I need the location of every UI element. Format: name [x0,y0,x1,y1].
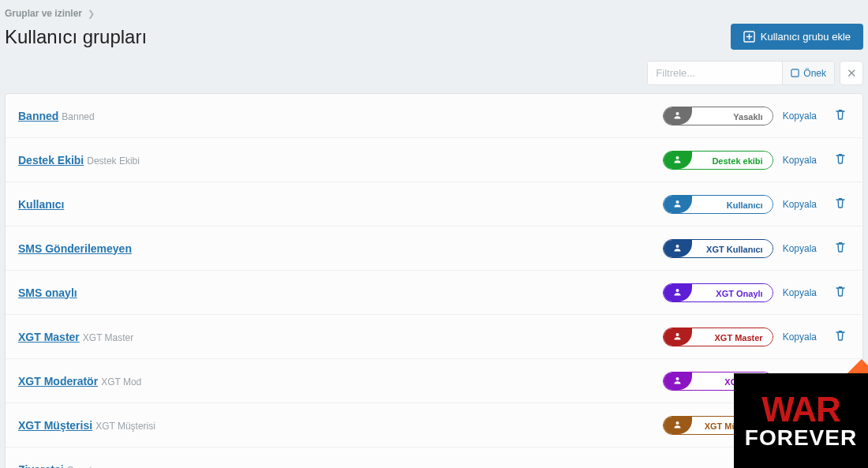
badge-label: XGT Master [692,328,773,346]
svg-point-10 [676,377,679,380]
group-badge: Yasaklı [663,107,773,125]
svg-point-11 [676,421,679,425]
trash-icon [834,285,847,298]
svg-point-6 [676,200,679,204]
svg-point-4 [676,112,679,115]
badge-icon [664,417,692,434]
delete-button[interactable] [831,193,850,215]
group-title-link[interactable]: Destek Ekibi [18,154,84,167]
svg-point-7 [676,245,679,248]
plus-box-icon [743,31,755,43]
delete-button[interactable] [831,149,850,170]
row-main[interactable]: BannedBanned [18,110,663,122]
group-subtitle: Banned [62,111,94,122]
copy-link[interactable]: Kopyala [783,243,817,254]
badge-icon [664,373,692,390]
badge-label: Destek ekibi [692,152,773,169]
group-subtitle: XGT Master [83,332,133,343]
group-title-link[interactable]: XGT Müşterisi [18,419,92,432]
row-main[interactable]: Destek EkibiDestek Ekibi [18,154,663,167]
filter-clear-button[interactable]: ✕ [840,61,863,85]
badge-icon [664,196,692,213]
breadcrumb-root[interactable]: Gruplar ve izinler [5,8,82,19]
group-title-link[interactable]: Kullanıcı [18,198,64,211]
filter-wrap: Önek [647,61,835,85]
filter-input[interactable] [648,62,782,84]
delete-button[interactable] [831,326,850,347]
group-title-link[interactable]: Banned [18,110,58,122]
copy-link[interactable]: Kopyala [783,199,817,210]
page-title: Kullanıcı grupları [5,26,147,48]
prefix-toggle-button[interactable]: Önek [782,62,834,84]
watermark-box: WAR FOREVER [734,373,868,468]
row-main[interactable]: XGT MüşterisiXGT Müşterisi [18,419,663,432]
group-subtitle: XGT Müşterisi [95,421,155,432]
badge-icon [664,152,692,169]
table-row: SMS onaylıXGT OnaylıKopyala [6,271,862,315]
badge-label: Kullanıcı [692,196,773,213]
row-main[interactable]: XGT ModeratörXGT Mod [18,375,663,388]
badge-icon [664,328,692,346]
delete-button[interactable] [831,282,850,303]
trash-icon [834,152,847,165]
badge-label: XGT Kullanıcı [692,240,773,257]
row-main[interactable]: Kullanıcı [18,198,663,211]
group-badge: Destek ekibi [663,151,773,170]
group-title-link[interactable]: SMS onaylı [18,286,77,299]
copy-link[interactable]: Kopyala [783,110,817,122]
group-title-link[interactable]: XGT Master [18,331,80,343]
trash-icon [834,329,847,342]
row-main[interactable]: SMS onaylı [18,286,663,299]
row-main[interactable]: SMS Gönderilemeyen [18,242,663,255]
row-main[interactable]: XGT MasterXGT Master [18,331,663,343]
group-subtitle: Guest [67,465,92,469]
group-title-link[interactable]: XGT Moderatör [18,375,98,388]
checkbox-empty-icon [791,69,799,77]
table-row: KullanıcıKullanıcıKopyala [6,182,862,227]
badge-label: Yasaklı [692,107,773,125]
trash-icon [834,197,847,209]
watermark-line2: FOREVER [745,427,857,449]
svg-point-8 [676,289,679,292]
badge-icon [664,284,692,301]
table-row: BannedBannedYasaklıKopyala [6,94,862,138]
chevron-right-icon: ❯ [88,9,95,18]
trash-icon [834,241,847,253]
watermark-line1: WAR [761,392,840,427]
svg-point-9 [676,333,679,336]
svg-point-5 [676,156,679,159]
trash-icon [834,108,847,121]
breadcrumb: Gruplar ve izinler ❯ [0,0,868,24]
add-group-button[interactable]: Kullanıcı grubu ekle [731,24,863,50]
svg-rect-3 [791,69,799,77]
group-subtitle: Destek Ekibi [87,155,140,167]
copy-link[interactable]: Kopyala [783,331,817,343]
group-badge: XGT Master [663,328,773,346]
delete-button[interactable] [831,105,850,126]
table-row: SMS GönderilemeyenXGT KullanıcıKopyala [6,227,862,271]
group-badge: XGT Onaylı [663,283,773,302]
table-row: Destek EkibiDestek EkibiDestek ekibiKopy… [6,138,862,182]
badge-label: XGT Onaylı [692,284,773,301]
group-badge: Kullanıcı [663,195,773,214]
copy-link[interactable]: Kopyala [783,287,817,298]
add-group-label: Kullanıcı grubu ekle [761,31,851,43]
group-badge: XGT Kullanıcı [663,239,773,258]
delete-button[interactable] [831,238,850,259]
group-subtitle: XGT Mod [101,376,141,388]
copy-link[interactable]: Kopyala [783,155,817,166]
table-row: XGT MasterXGT MasterXGT MasterKopyala [6,315,862,359]
badge-icon [664,107,692,125]
group-title-link[interactable]: Ziyaretçi [18,463,64,469]
row-main[interactable]: ZiyaretçiGuest [18,463,783,469]
prefix-label: Önek [803,68,826,79]
badge-icon [664,240,692,257]
group-title-link[interactable]: SMS Gönderilemeyen [18,242,132,255]
